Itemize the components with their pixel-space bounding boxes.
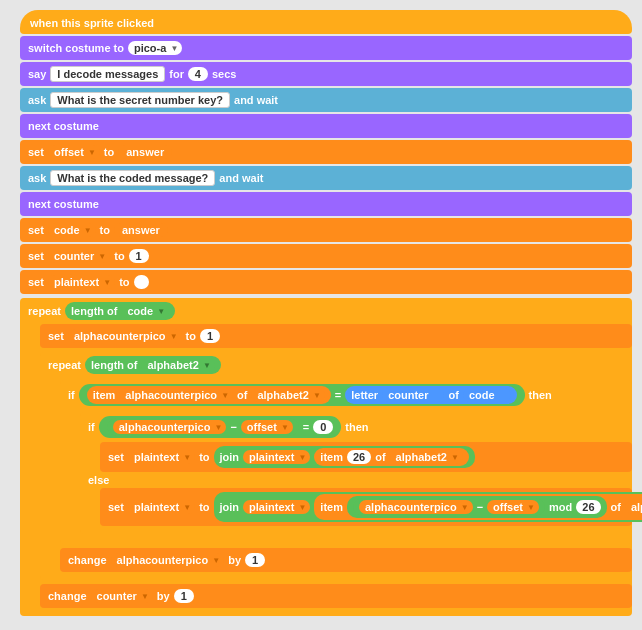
set-alphacount-block[interactable]: set alphacounterpico to 1: [40, 324, 632, 348]
minus-label: −: [230, 421, 236, 433]
change2-label: change: [48, 590, 87, 602]
say-text-input[interactable]: I decode messages: [50, 66, 165, 82]
alphacount-dropdown[interactable]: alphacounterpico: [113, 420, 227, 434]
length1-var-dropdown[interactable]: code: [121, 304, 169, 318]
set4-label: set: [28, 276, 44, 288]
ask2-text-input[interactable]: What is the coded message?: [50, 170, 215, 186]
repeat-inner-header: repeat length of alphabet2: [40, 352, 229, 378]
ask2-label: ask: [28, 172, 46, 184]
letter1-of-label: of: [448, 389, 458, 401]
letter1-var-dropdown[interactable]: counter: [382, 388, 444, 402]
repeat-outer-block[interactable]: repeat length of code set alphacounterpi…: [20, 298, 632, 616]
switch-costume-block[interactable]: switch costume to pico-a: [20, 36, 632, 60]
item3-list-dropdown[interactable]: alphabet2: [625, 500, 642, 514]
switch-costume-label: switch costume to: [28, 42, 124, 54]
alphacount3-dropdown[interactable]: alphacounterpico: [359, 500, 473, 514]
set-code-block[interactable]: set code to answer: [20, 218, 632, 242]
join7-label: join: [220, 501, 240, 513]
if1-header: if item alphacounterpico of alphabet2 =: [60, 380, 632, 410]
length2-label: length of: [91, 359, 137, 371]
set1-var-dropdown[interactable]: offset: [48, 145, 100, 159]
say-block[interactable]: say I decode messages for 4 secs: [20, 62, 632, 86]
set3-to-label: to: [114, 250, 124, 262]
mod3-num: 26: [576, 500, 600, 514]
else-label: else: [80, 472, 632, 488]
ask2-block[interactable]: ask What is the coded message? and wait: [20, 166, 632, 190]
item1-var-dropdown[interactable]: alphacounterpico: [119, 388, 233, 402]
offset3-dropdown[interactable]: offset: [487, 500, 539, 514]
set-plaintext-block[interactable]: set plaintext to: [20, 270, 632, 294]
set7-var-dropdown[interactable]: plaintext: [128, 500, 195, 514]
set-offset-block[interactable]: set offset to answer: [20, 140, 632, 164]
item1-list-dropdown[interactable]: alphabet2: [251, 388, 324, 402]
change2-var-dropdown[interactable]: counter: [91, 589, 153, 603]
next-costume1-block[interactable]: next costume: [20, 114, 632, 138]
set7-label: set: [108, 501, 124, 513]
join6-block: join plaintext item 26 of alphabet2: [214, 446, 475, 468]
if2-block[interactable]: if alphacounterpico − offset =: [80, 412, 632, 534]
mod3-label: mod: [549, 501, 572, 513]
set3-var-dropdown[interactable]: counter: [48, 249, 110, 263]
next-costume1-label: next costume: [28, 120, 99, 132]
repeat-outer-header: repeat length of code: [20, 298, 183, 324]
set5-val: 1: [200, 329, 220, 343]
repeat2-label: repeat: [48, 359, 81, 371]
if1-block[interactable]: if item alphacounterpico of alphabet2 =: [60, 380, 632, 544]
item2-label: item: [320, 451, 343, 463]
set7-block[interactable]: set plaintext to join plaintext it: [100, 488, 632, 526]
change1-by-label: by: [228, 554, 241, 566]
plaintext6-dropdown[interactable]: plaintext: [243, 450, 310, 464]
change-alphacount-block[interactable]: change alphacounterpico by 1: [60, 548, 632, 572]
change1-var-dropdown[interactable]: alphacounterpico: [111, 553, 225, 567]
set2-val: answer: [114, 223, 168, 237]
if2-body: set plaintext to join plaintext it: [100, 442, 632, 472]
ask1-and-wait-label: and wait: [234, 94, 278, 106]
item2-list-dropdown[interactable]: alphabet2: [390, 450, 463, 464]
change1-label: change: [68, 554, 107, 566]
if1-then-label: then: [529, 389, 552, 401]
eq-label: =: [335, 389, 341, 401]
set6-var-dropdown[interactable]: plaintext: [128, 450, 195, 464]
set6-block[interactable]: set plaintext to join plaintext it: [100, 442, 632, 472]
join7-block: join plaintext item alphacounterpico: [214, 492, 642, 522]
ask1-text-input[interactable]: What is the secret number key?: [50, 92, 230, 108]
offset-dropdown[interactable]: offset: [241, 420, 293, 434]
change2-val: 1: [174, 589, 194, 603]
costume-dropdown[interactable]: pico-a: [128, 41, 182, 55]
change-counter-block[interactable]: change counter by 1: [40, 584, 632, 608]
set5-to-label: to: [186, 330, 196, 342]
plaintext7-dropdown[interactable]: plaintext: [243, 500, 310, 514]
change2-by-label: by: [157, 590, 170, 602]
scratch-area: when this sprite clicked switch costume …: [0, 0, 642, 628]
set4-var-dropdown[interactable]: plaintext: [48, 275, 115, 289]
repeat-inner-footer: [40, 572, 632, 580]
letter1-list-dropdown[interactable]: code: [463, 388, 511, 402]
set2-var-dropdown[interactable]: code: [48, 223, 96, 237]
set5-label: set: [48, 330, 64, 342]
set2-label: set: [28, 224, 44, 236]
item3-of-label: of: [611, 501, 621, 513]
if1-keyword: if: [68, 389, 75, 401]
if2-then-label: then: [345, 421, 368, 433]
next-costume2-label: next costume: [28, 198, 99, 210]
if1-footer: [60, 536, 632, 544]
item2-block: item 26 of alphabet2: [314, 448, 469, 466]
if1-condition: item alphacounterpico of alphabet2 = let…: [79, 384, 525, 406]
minus3-block: alphacounterpico − offset: [353, 498, 545, 516]
ask1-label: ask: [28, 94, 46, 106]
item3-label: item: [320, 501, 343, 513]
set5-var-dropdown[interactable]: alphacounterpico: [68, 329, 182, 343]
set-counter-block[interactable]: set counter to 1: [20, 244, 632, 268]
repeat-inner-block[interactable]: repeat length of alphabet2 if: [40, 352, 632, 580]
block-stack: when this sprite clicked switch costume …: [10, 10, 632, 618]
item3-block: item alphacounterpico − offset: [314, 494, 642, 520]
next-costume2-block[interactable]: next costume: [20, 192, 632, 216]
set1-label: set: [28, 146, 44, 158]
event-hat-block[interactable]: when this sprite clicked: [20, 10, 632, 34]
letter1-label: letter: [351, 389, 378, 401]
set1-val: answer: [118, 145, 172, 159]
set3-label: set: [28, 250, 44, 262]
ask1-block[interactable]: ask What is the secret number key? and w…: [20, 88, 632, 112]
if2-header: if alphacounterpico − offset =: [80, 412, 632, 442]
length2-var-dropdown[interactable]: alphabet2: [141, 358, 214, 372]
